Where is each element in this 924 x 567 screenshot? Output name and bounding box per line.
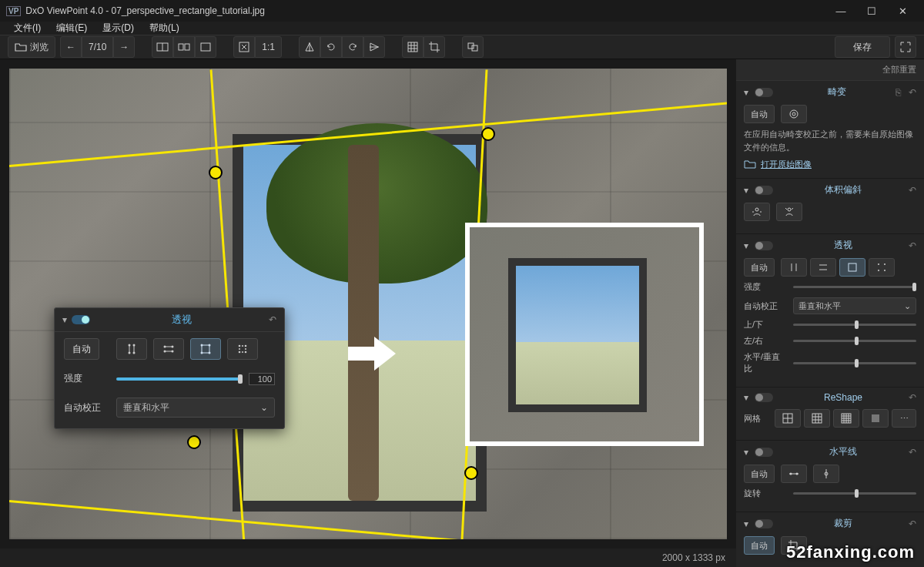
menu-file[interactable]: 文件(I) (6, 22, 49, 35)
intensity-value[interactable]: 100 (249, 373, 275, 385)
grid-3x3[interactable] (804, 409, 830, 428)
section-toggle[interactable] (755, 88, 773, 97)
svg-point-32 (239, 345, 241, 347)
perspective-floating-panel[interactable]: ▾ 透视 ↶ 自动 强度 100 (54, 307, 285, 429)
intensity-slider[interactable] (793, 286, 916, 288)
chevron-down-icon[interactable]: ▾ (744, 518, 755, 529)
menu-edit[interactable]: 编辑(E) (49, 22, 95, 35)
grid-fill[interactable] (862, 409, 889, 428)
updown-slider[interactable] (793, 324, 916, 326)
persp-mode-h[interactable] (810, 258, 836, 277)
horizon-v-button[interactable] (813, 465, 839, 483)
compare-split-button[interactable] (152, 36, 173, 58)
chevron-down-icon[interactable]: ▾ (62, 314, 67, 325)
undo-icon[interactable]: ↶ (909, 240, 916, 251)
maximize-button[interactable]: ☐ (856, 0, 887, 22)
chevron-down-icon[interactable]: ▾ (744, 392, 755, 403)
distortion-manual-button[interactable] (781, 105, 807, 123)
crop-auto-button[interactable]: 自动 (744, 536, 775, 555)
toolbar: 浏览 ← 7/10 → 1:1 保存 (0, 35, 924, 59)
perspective-handle[interactable] (209, 166, 223, 179)
fp-mode-rectangle[interactable] (190, 338, 221, 360)
grid-2-icon (782, 412, 794, 424)
svg-point-41 (792, 112, 795, 116)
horizon-h-button[interactable] (781, 465, 807, 483)
rotate-ccw-button[interactable] (320, 36, 342, 58)
undo-icon[interactable]: ↶ (269, 314, 276, 325)
zoom-actual-button[interactable]: 1:1 (255, 36, 282, 58)
side-panel: 全部重置 ▾ 畸变 ⎘↶ 自动 在应用自动畸变校正之前，需要来自原始图像文件的信… (736, 59, 924, 567)
fp-mode-horizontal[interactable] (153, 338, 184, 360)
menu-help[interactable]: 帮助(L) (142, 22, 187, 35)
leftright-slider[interactable] (793, 340, 916, 342)
grid-2x2[interactable] (775, 409, 801, 428)
copy-icon[interactable]: ⎘ (896, 87, 901, 98)
minimize-button[interactable]: ― (825, 0, 856, 22)
loupe-button[interactable] (462, 36, 484, 58)
grid-button[interactable] (402, 36, 424, 58)
next-image-button[interactable]: → (113, 36, 135, 58)
section-toggle[interactable] (755, 186, 773, 195)
fit-button[interactable] (233, 36, 255, 58)
autocorrect-select[interactable]: 垂直和水平 ⌄ (793, 297, 916, 314)
perspective-auto-button[interactable]: 自动 (744, 258, 775, 277)
section-toggle[interactable] (755, 519, 773, 528)
prev-image-button[interactable]: ← (60, 36, 82, 58)
svg-point-26 (172, 351, 174, 353)
menu-view[interactable]: 显示(D) (95, 22, 142, 35)
fp-mode-8point[interactable] (227, 338, 258, 360)
open-original-link[interactable]: 打开原始图像 (744, 158, 916, 170)
flip-h-button[interactable] (299, 36, 320, 58)
chevron-down-icon[interactable]: ▾ (744, 240, 755, 251)
svg-point-42 (755, 208, 758, 211)
perspective-handle[interactable] (481, 127, 495, 141)
level-v-icon (820, 468, 832, 480)
flip-v-button[interactable] (363, 36, 385, 58)
chevron-down-icon[interactable]: ▾ (744, 185, 755, 196)
intensity-slider[interactable] (116, 377, 243, 381)
persp-mode-rect[interactable] (839, 258, 865, 277)
crop-overlay-button[interactable] (424, 36, 445, 58)
grid-5x5[interactable] (833, 409, 859, 428)
chevron-down-icon[interactable]: ▾ (744, 87, 755, 98)
reset-all-button[interactable]: 全部重置 (882, 64, 916, 75)
section-horizon: ▾ 水平线 ↶ 自动 旋转 (736, 441, 924, 512)
undo-icon[interactable]: ↶ (909, 447, 916, 458)
perspective-handle[interactable] (187, 435, 201, 449)
panel-toggle[interactable] (72, 315, 90, 324)
fullscreen-button[interactable] (895, 36, 916, 58)
close-button[interactable]: ✕ (887, 0, 918, 22)
persp-mode-v[interactable] (781, 258, 807, 277)
fp-mode-vertical[interactable] (116, 338, 147, 360)
undo-icon[interactable]: ↶ (909, 518, 916, 529)
compare-single-button[interactable] (195, 36, 216, 58)
photo-tree-trunk (348, 145, 379, 501)
result-preview (465, 223, 704, 446)
autocorrect-select[interactable]: 垂直和水平 ⌄ (116, 398, 275, 418)
save-button[interactable]: 保存 (835, 36, 890, 58)
section-toggle[interactable] (755, 448, 773, 457)
undo-icon[interactable]: ↶ (909, 87, 916, 98)
distortion-auto-button[interactable]: 自动 (744, 105, 775, 123)
chevron-down-icon[interactable]: ▾ (744, 447, 755, 458)
persp-mode-8pt[interactable] (869, 258, 895, 277)
ratio-slider[interactable] (793, 362, 916, 364)
grid-more[interactable]: ⋯ (892, 409, 916, 428)
section-toggle[interactable] (755, 241, 773, 250)
image-canvas[interactable]: ▾ 透视 ↶ 自动 强度 100 (9, 69, 727, 539)
panel-title: 透视 (95, 313, 269, 327)
rotate-slider[interactable] (793, 492, 916, 495)
perspective-handle[interactable] (464, 466, 478, 480)
browse-button[interactable]: 浏览 (8, 36, 55, 58)
side-icon (178, 41, 190, 53)
section-toggle[interactable] (755, 393, 773, 402)
undo-icon[interactable]: ↶ (909, 392, 916, 403)
volume-mode-d[interactable] (776, 203, 802, 221)
undo-icon[interactable]: ↶ (909, 185, 916, 196)
horizon-auto-button[interactable]: 自动 (744, 465, 775, 483)
fit-icon (238, 41, 250, 53)
rotate-cw-button[interactable] (342, 36, 363, 58)
volume-mode-h[interactable] (744, 203, 770, 221)
fp-auto-button[interactable]: 自动 (64, 338, 99, 360)
compare-side-button[interactable] (173, 36, 195, 58)
